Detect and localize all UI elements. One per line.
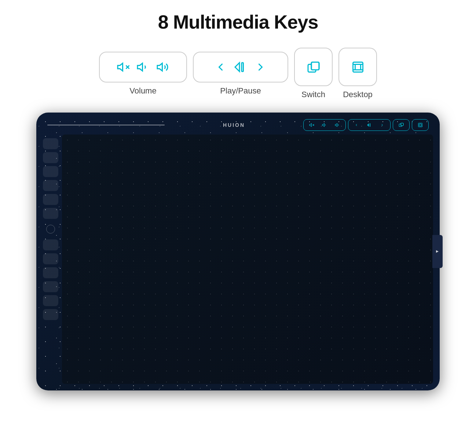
volume-label: Volume (129, 86, 156, 96)
mute-icon (117, 60, 130, 74)
tablet-mute-btn (306, 121, 318, 129)
svg-marker-4 (157, 63, 162, 71)
tablet-brand: HUION (223, 122, 245, 128)
side-btn-12[interactable] (43, 309, 58, 320)
tablet-play-group (348, 119, 391, 131)
side-btn-4[interactable] (43, 180, 58, 191)
tablet-prev-btn (351, 121, 362, 129)
playpause-group: Play/Pause (193, 52, 288, 96)
side-btn-2[interactable] (43, 152, 58, 163)
tag-logo: ▲ (435, 249, 440, 254)
tablet-next-btn (376, 121, 388, 129)
tablet-volume-group (303, 119, 346, 131)
side-btn-7[interactable] (43, 239, 58, 250)
desktop-icon (351, 60, 365, 74)
tablet-buttons-row (303, 119, 429, 131)
switch-label: Switch (301, 90, 325, 99)
page-title: 8 Multimedia Keys (158, 11, 318, 33)
playpause-box (193, 52, 288, 82)
svg-rect-11 (355, 64, 360, 70)
svg-marker-16 (310, 124, 311, 126)
side-btn-11[interactable] (43, 295, 58, 306)
tablet-body: HUION (36, 113, 440, 390)
tablet-playpause-btn (363, 121, 375, 129)
brand-tag: ▲ (432, 235, 443, 268)
tablet-main (43, 135, 433, 384)
tablet-top-bar: HUION (43, 119, 433, 131)
side-circle (46, 225, 55, 234)
switch-icon (307, 60, 320, 74)
desktop-label: Desktop (343, 90, 373, 99)
svg-marker-0 (118, 63, 123, 71)
side-buttons (43, 135, 58, 384)
side-btn-5[interactable] (43, 194, 58, 205)
desktop-box (338, 48, 377, 86)
play-pause-icon (234, 60, 247, 74)
svg-rect-21 (370, 123, 370, 126)
tablet-desktop-btn (414, 121, 426, 129)
side-btn-9[interactable] (43, 267, 58, 278)
tablet-line (47, 125, 165, 125)
side-btn-6[interactable] (43, 208, 58, 219)
svg-rect-27 (419, 124, 421, 126)
tablet-switch-btn (395, 121, 407, 129)
tablet-switch-group (393, 119, 410, 131)
playpause-label: Play/Pause (220, 86, 261, 96)
svg-marker-3 (138, 63, 143, 71)
prev-icon (214, 60, 227, 74)
switch-box (294, 48, 333, 86)
svg-marker-19 (322, 124, 324, 126)
next-icon (254, 60, 267, 74)
svg-rect-24 (401, 123, 403, 126)
volume-box (99, 52, 187, 82)
keys-row: Volume Play/Pause (99, 48, 377, 99)
svg-marker-6 (235, 63, 239, 71)
svg-rect-10 (353, 62, 363, 72)
tablet-vol-high-btn (332, 121, 343, 129)
drawing-surface (62, 135, 433, 384)
svg-marker-22 (367, 123, 369, 126)
tablet-wrapper: HUION (36, 113, 440, 390)
volume-low-icon (136, 60, 150, 74)
desktop-group: Desktop (338, 48, 377, 99)
tablet-desktop-group (412, 119, 429, 131)
tablet-vol-low-btn (319, 121, 330, 129)
side-btn-1[interactable] (43, 138, 58, 149)
svg-marker-20 (335, 124, 337, 126)
volume-high-icon (156, 60, 169, 74)
volume-group: Volume (99, 52, 187, 96)
side-btn-8[interactable] (43, 253, 58, 264)
switch-group: Switch (294, 48, 333, 99)
svg-rect-26 (418, 123, 422, 127)
svg-rect-8 (311, 62, 319, 70)
side-btn-3[interactable] (43, 166, 58, 177)
svg-rect-5 (242, 63, 244, 71)
side-btn-10[interactable] (43, 281, 58, 292)
